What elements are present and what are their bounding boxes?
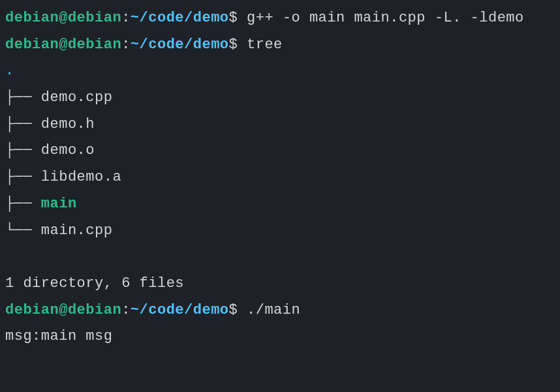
prompt-colon: : (121, 302, 131, 318)
prompt-path: ~/code/demo (131, 37, 229, 53)
tree-branch-icon: └── (5, 222, 41, 239)
command-text (238, 302, 247, 318)
prompt-user-host: debian@debian (5, 37, 121, 53)
tree-file-1: ├── demo.cpp (5, 85, 555, 112)
tree-filename-executable: main (41, 196, 77, 212)
prompt-path: ~/code/demo (131, 302, 229, 318)
tree-branch-icon: ├── (5, 116, 41, 132)
program-output-text: msg:main msg (5, 328, 112, 344)
tree-file-3: ├── demo.o (5, 138, 555, 164)
command-2: tree (247, 37, 283, 53)
tree-filename: demo.h (41, 116, 95, 132)
tree-branch-icon: ├── (5, 89, 41, 106)
tree-branch-icon: ├── (5, 169, 41, 185)
prompt-dollar: $ (229, 37, 238, 53)
prompt-path: ~/code/demo (131, 10, 229, 26)
tree-blank (5, 244, 555, 271)
command-text (238, 10, 247, 26)
terminal-line-3: debian@debian:~/code/demo$ ./main (5, 297, 555, 324)
prompt-colon: : (121, 37, 131, 53)
tree-file-6: └── main.cpp (5, 218, 555, 245)
tree-summary: 1 directory, 6 files (5, 271, 555, 297)
tree-file-5: ├── main (5, 191, 555, 218)
tree-branch-icon: ├── (5, 142, 41, 158)
tree-file-4: ├── libdemo.a (5, 164, 555, 191)
tree-file-2: ├── demo.h (5, 112, 555, 138)
program-output: msg:main msg (5, 324, 555, 350)
tree-filename: demo.o (41, 142, 95, 158)
command-1: g++ -o main main.cpp -L. -ldemo (247, 10, 524, 26)
prompt-user-host: debian@debian (5, 10, 121, 26)
command-text (238, 37, 247, 53)
tree-filename: libdemo.a (41, 169, 121, 185)
prompt-colon: : (121, 10, 131, 26)
prompt-user-host: debian@debian (5, 302, 121, 318)
tree-filename: main.cpp (41, 222, 113, 239)
tree-root: . (5, 58, 555, 85)
terminal-line-1: debian@debian:~/code/demo$ g++ -o main m… (5, 5, 555, 32)
tree-branch-icon: ├── (5, 196, 41, 212)
prompt-dollar: $ (229, 10, 238, 26)
terminal-line-2: debian@debian:~/code/demo$ tree (5, 32, 555, 59)
tree-summary-text: 1 directory, 6 files (5, 275, 184, 292)
tree-root-dot: . (5, 63, 14, 79)
command-3: ./main (247, 302, 300, 318)
tree-filename: demo.cpp (41, 89, 113, 106)
prompt-dollar: $ (229, 302, 238, 318)
